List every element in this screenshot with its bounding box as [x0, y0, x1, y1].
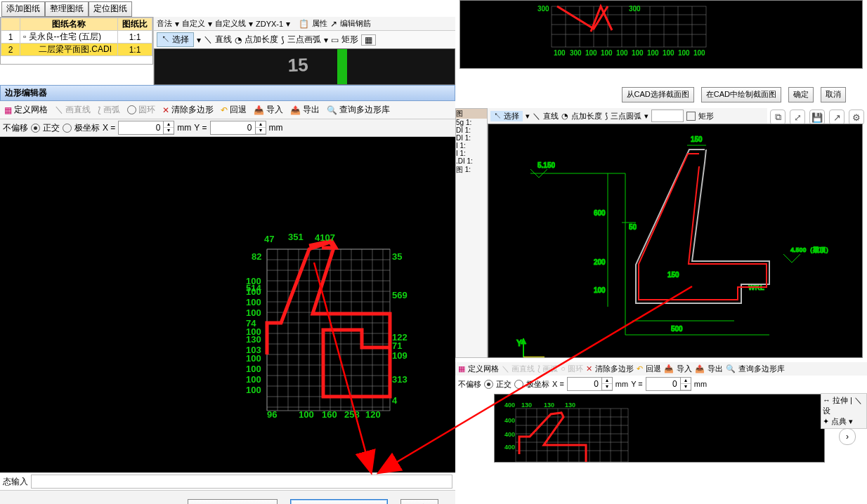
svg-text:200: 200 — [594, 258, 606, 266]
svg-text:96: 96 — [267, 409, 277, 420]
svg-text:100: 100 — [246, 286, 261, 297]
svg-text:100: 100 — [554, 49, 566, 57]
svg-text:5.150: 5.150 — [537, 161, 555, 169]
prop-button[interactable]: 属性 — [312, 18, 327, 29]
svg-text:500: 500 — [671, 325, 683, 333]
arc-tool[interactable]: 三点画弧 — [287, 34, 321, 46]
svg-text:313: 313 — [392, 374, 408, 385]
query-button[interactable]: 🔍 查询多边形库 — [327, 104, 390, 116]
svg-text:100: 100 — [616, 49, 628, 57]
svg-text:50: 50 — [629, 223, 637, 231]
r-rect-check[interactable] — [686, 112, 696, 121]
r2-import[interactable]: 导入 — [677, 364, 692, 374]
circle-button: 圆环 — [127, 104, 155, 116]
r2-export[interactable]: 导出 — [708, 364, 723, 374]
svg-text:100: 100 — [585, 49, 597, 57]
svg-text:130: 130 — [521, 402, 532, 409]
drawing-list[interactable]: 图纸名称图纸比 1▫ 吴永良--住宅 (五层)1:1 2二层梁平面图.CADI1… — [0, 17, 153, 65]
svg-text:100: 100 — [246, 353, 261, 364]
svg-rect-111 — [516, 409, 628, 462]
table-row[interactable]: 2二层梁平面图.CADI1:1 — [1, 44, 152, 56]
nav-arrow-icon[interactable]: › — [839, 428, 856, 445]
in-cad-button[interactable]: 在CAD中绘制截面图 — [290, 499, 388, 504]
svg-text:130: 130 — [544, 402, 554, 409]
status-input[interactable] — [31, 475, 452, 489]
svg-text:35: 35 — [392, 251, 402, 262]
svg-text:100: 100 — [632, 49, 644, 57]
share-icon[interactable]: ↗ — [829, 110, 845, 125]
locate-drawing-button[interactable]: 定位图纸 — [89, 1, 132, 17]
top-preview: 300 300 100 300 100100100 100100100 1001… — [459, 0, 863, 69]
y-input[interactable]: ▴▾ — [210, 121, 266, 135]
from-cad-button[interactable]: 从CAD选择截面图 — [188, 499, 277, 504]
r-select[interactable]: 选择 — [504, 112, 519, 120]
svg-text:100: 100 — [299, 409, 314, 420]
grid-def-button[interactable]: ▦定义网格 — [4, 104, 48, 116]
r2-x[interactable]: ▴▾ — [567, 377, 613, 391]
status-input-label: 态输入 — [3, 476, 28, 488]
svg-text:120: 120 — [365, 409, 381, 420]
svg-rect-3 — [155, 49, 455, 84]
select-tool[interactable]: 选择 — [172, 34, 189, 44]
copy-icon[interactable]: ⧉ — [770, 110, 785, 125]
section-canvas[interactable]: 5.150 50 200 600 100 500 150 150 4.500（梁… — [488, 124, 863, 358]
svg-text:600: 600 — [594, 209, 606, 217]
arc-button: ⟅ 画弧 — [98, 104, 120, 116]
r-incad[interactable]: 在CAD中绘制截面图 — [701, 87, 781, 102]
gear-icon[interactable]: ⚙ — [849, 110, 864, 125]
r-arc[interactable]: 三点圆弧 — [611, 111, 641, 121]
r-fromcad[interactable]: 从CAD选择截面图 — [622, 87, 694, 102]
tidy-drawing-button[interactable]: 整理图纸 — [45, 1, 89, 17]
polar-radio[interactable] — [63, 124, 72, 133]
svg-text:150: 150 — [691, 135, 703, 143]
r2-clear[interactable]: 清除多边形 — [595, 364, 634, 374]
r2-grid[interactable]: 定义网格 — [468, 364, 499, 374]
dd-3[interactable]: 自定义线 — [215, 18, 246, 29]
r-len[interactable]: 点加长度 — [571, 111, 602, 121]
line-tool[interactable]: 直线 — [215, 34, 232, 46]
svg-text:351: 351 — [288, 232, 304, 242]
save-icon[interactable]: 💾 — [809, 110, 825, 125]
expand-icon[interactable]: ⤢ — [790, 110, 805, 125]
polygon-canvas[interactable]: 47 351 4107 82 35 514 569 122 71 109 313… — [0, 137, 455, 472]
rect-tool[interactable]: 矩形 — [341, 34, 358, 46]
stretch-tool[interactable]: 拉伸 — [833, 396, 848, 404]
r-line[interactable]: 直线 — [543, 111, 559, 121]
svg-text:300: 300 — [629, 5, 641, 13]
export-button[interactable]: 📤 导出 — [290, 104, 320, 116]
r2-undo[interactable]: 回退 — [646, 364, 661, 374]
svg-text:100: 100 — [246, 364, 261, 374]
table-row[interactable]: 1▫ 吴永良--住宅 (五层)1:1 — [1, 31, 152, 44]
undo-button[interactable]: ↶ 回退 — [221, 104, 247, 116]
svg-text:150: 150 — [667, 271, 679, 279]
r-ok[interactable]: 确定 — [788, 87, 814, 102]
edit-rebar-button[interactable]: 编辑钢筋 — [340, 18, 371, 29]
dd-4[interactable]: ZDYX-1 — [256, 20, 283, 28]
svg-text:130: 130 — [565, 402, 575, 409]
svg-text:100: 100 — [246, 307, 261, 318]
svg-text:71: 71 — [392, 340, 402, 351]
r2-query[interactable]: 查询多边形库 — [738, 364, 785, 374]
dd-1[interactable]: 音法 — [157, 18, 172, 29]
add-drawing-button[interactable]: 添加图纸 — [1, 1, 45, 17]
x-input[interactable]: ▴▾ — [118, 121, 174, 135]
svg-text:569: 569 — [392, 290, 408, 300]
svg-text:400: 400 — [504, 417, 515, 424]
len-tool[interactable]: 点加长度 — [245, 34, 278, 46]
clear-button[interactable]: ✕ 清除多边形 — [162, 104, 214, 116]
ortho-radio[interactable] — [31, 124, 40, 133]
point-tool[interactable]: 点典 — [831, 417, 847, 425]
r2-y[interactable]: ▴▾ — [646, 377, 691, 391]
svg-text:82: 82 — [252, 251, 261, 262]
ok-button[interactable]: 确定 — [400, 499, 438, 504]
dd-2[interactable]: 自定义 — [182, 18, 205, 29]
svg-text:400: 400 — [504, 431, 515, 438]
r2-ortho[interactable] — [484, 380, 493, 389]
r2-polar[interactable] — [514, 380, 523, 389]
r-cancel[interactable]: 取消 — [821, 87, 846, 102]
svg-text:100: 100 — [246, 374, 261, 385]
svg-text:100: 100 — [594, 286, 606, 294]
r-dropdown[interactable] — [651, 110, 684, 122]
import-button[interactable]: 📥 导入 — [254, 104, 283, 116]
no-shift-label: 不偏移 — [3, 122, 28, 134]
